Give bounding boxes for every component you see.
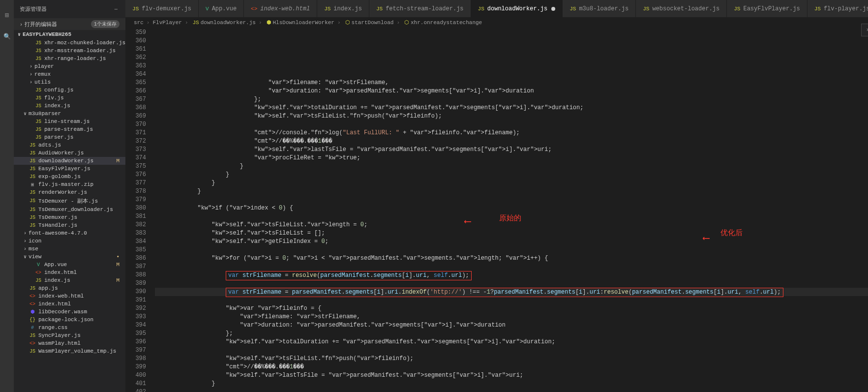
folder-item[interactable]: ∨m3u8parser (14, 110, 125, 118)
folder-item[interactable]: ›icon (14, 237, 125, 245)
file-item[interactable]: JSAudioWorker.js (14, 149, 125, 157)
file-item[interactable]: JSxhr-msstream-loader.js (14, 47, 125, 55)
editor-tab[interactable]: JSfetch-stream-loader.js (369, 0, 471, 17)
editor-tab[interactable]: JSflv-player.js (808, 0, 868, 17)
editor-tab[interactable]: JSindex.js (317, 0, 369, 17)
file-tree: JSxhr-moz-chunked-loader.jsJSxhr-msstrea… (14, 39, 125, 392)
file-item[interactable]: JSEasyFlvPlayer.js (14, 165, 125, 173)
breadcrumb-segment[interactable]: ⬢HlsDownloaderWorker (265, 19, 334, 26)
file-item[interactable]: JSparse-stream.js (14, 125, 125, 133)
file-item[interactable]: JSconfig.js (14, 86, 125, 94)
file-item[interactable]: JSTsDemuxer.js (14, 213, 125, 221)
explorer-title: 资源管理器 (20, 5, 47, 13)
file-item[interactable]: ⬢libDecoder.wasm (14, 308, 125, 316)
editor-tab[interactable]: <>index-web.html (244, 0, 317, 17)
breadcrumb-segment[interactable]: ⬡xhr.onreadystatechange (403, 19, 482, 26)
more-icon[interactable]: ⋯ (112, 4, 120, 14)
folder-item[interactable]: ∨view• (14, 253, 125, 261)
folder-item[interactable]: ›font-awesome-4.7.0 (14, 229, 125, 237)
file-item[interactable]: <>index.html (14, 300, 125, 308)
file-item[interactable]: VApp.vueM (14, 261, 125, 269)
folder-item[interactable]: ›remux (14, 70, 125, 78)
editor-tab[interactable]: JSflv-demuxer.js (125, 0, 199, 17)
editor-tab[interactable]: JSwebsocket-loader.js (636, 0, 727, 17)
sidebar: 资源管理器 ⋯ ›打开的编辑器 1个未保存 ∨EASYPLAYWEBH265 J… (14, 0, 125, 392)
activity-bar: ▤ 🔍 (0, 0, 14, 392)
find-widget: › Aa ab .* 无结果 ↑ ↓ ≡ ✕ (861, 24, 868, 36)
unsaved-badge: 1个未保存 (91, 20, 120, 28)
search-icon[interactable]: 🔍 (0, 30, 14, 43)
folder-item[interactable]: ›player (14, 62, 125, 70)
file-item[interactable]: JSrenderWorker.js (14, 188, 125, 196)
breadcrumb-segment[interactable]: FlvPlayer (152, 20, 181, 26)
file-item[interactable]: ▣flv.js-master.zip (14, 181, 125, 188)
code-content[interactable]: 原始的 ⟵ 优化后 ⟵ "var">filename: "var">strFil… (155, 28, 868, 392)
file-item[interactable]: JSindex.jsM (14, 276, 125, 284)
file-item[interactable]: JSdownloadWorker.jsM (14, 157, 125, 165)
breadcrumb-segment[interactable]: ⬡startDownload (344, 19, 394, 26)
file-item[interactable]: JSline-stream.js (14, 118, 125, 125)
file-item[interactable]: JSTsDemuxer - 副本.js (14, 196, 125, 206)
main-editor-area: JSflv-demuxer.jsVApp.vue<>index-web.html… (125, 0, 868, 392)
file-item[interactable]: JSTsHandler.js (14, 221, 125, 229)
file-item[interactable]: JSindex.js (14, 102, 125, 110)
file-item[interactable]: JSTsDemuxer_downloader.js (14, 206, 125, 213)
file-item[interactable]: JSflv.js (14, 94, 125, 102)
line-gutter: 3593603613623633643653663673683693703713… (125, 28, 155, 392)
file-item[interactable]: <>index.html (14, 269, 125, 276)
file-item[interactable]: <>wasmPlay.html (14, 339, 125, 347)
breadcrumb-segment[interactable]: JSdownloadWorker.js (191, 20, 255, 26)
file-item[interactable]: {}package-lock.json (14, 316, 125, 324)
code-editor[interactable]: 3593603613623633643653663673683693703713… (125, 28, 868, 392)
file-item[interactable]: JSxhr-moz-chunked-loader.js (14, 39, 125, 47)
sidebar-header: 资源管理器 ⋯ (14, 0, 125, 18)
file-item[interactable]: JSadts.js (14, 141, 125, 149)
editor-tab[interactable]: JSm3u8-loader.js (563, 0, 636, 17)
file-item[interactable]: JSexp-golomb.js (14, 173, 125, 181)
breadcrumb[interactable]: src›FlvPlayer›JSdownloadWorker.js›⬢HlsDo… (125, 17, 868, 28)
editor-tab[interactable]: JSdownloadWorker.js (471, 0, 563, 17)
editor-tab[interactable]: VApp.vue (199, 0, 244, 17)
file-item[interactable]: <>index-web.html (14, 292, 125, 300)
folder-root[interactable]: ∨EASYPLAYWEBH265 (14, 30, 125, 39)
find-toggle-icon[interactable]: › (863, 26, 868, 34)
file-item[interactable]: JSWasmPlayer_volume_tmp.js (14, 347, 125, 355)
file-item[interactable]: JSSyncPlayer.js (14, 332, 125, 339)
breadcrumb-segment[interactable]: src (134, 20, 144, 26)
folder-item[interactable]: ›mse (14, 245, 125, 253)
file-item[interactable]: JSxhr-range-loader.js (14, 55, 125, 62)
file-item[interactable]: JSapp.js (14, 284, 125, 292)
file-item[interactable]: JSparser.js (14, 133, 125, 141)
files-icon[interactable]: ▤ (0, 8, 14, 22)
editor-tab[interactable]: JSEasyFlvPlayer.js (727, 0, 807, 17)
folder-item[interactable]: ›utils (14, 78, 125, 86)
open-editors-section[interactable]: ›打开的编辑器 1个未保存 (14, 18, 125, 30)
editor-tabs: JSflv-demuxer.jsVApp.vue<>index-web.html… (125, 0, 868, 17)
file-item[interactable]: #range.css (14, 324, 125, 332)
